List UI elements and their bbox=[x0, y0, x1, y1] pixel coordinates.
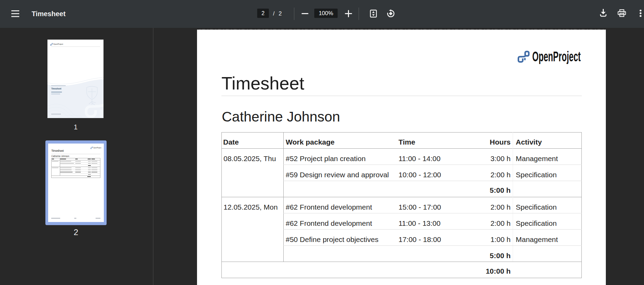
svg-text:OpenProject: OpenProject bbox=[532, 49, 581, 64]
